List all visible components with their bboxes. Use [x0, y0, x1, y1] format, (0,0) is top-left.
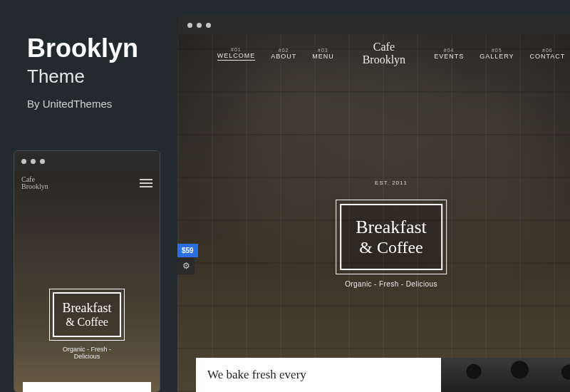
- nav-num: #05: [480, 48, 514, 53]
- price-tag-button[interactable]: $59: [177, 244, 198, 257]
- content-strip: We bake fresh every: [196, 358, 570, 392]
- nav-num: #04: [434, 48, 464, 53]
- nav-num: #01: [217, 47, 256, 52]
- mobile-viewport[interactable]: Cafe Brooklyn Breakfast & Coffee Organic…: [14, 171, 160, 392]
- mobile-site-logo[interactable]: Cafe Brooklyn: [21, 176, 48, 191]
- window-dot-icon: [21, 159, 26, 164]
- logo-line2: Brooklyn: [363, 53, 405, 66]
- desktop-window-bar: [177, 16, 570, 34]
- hero-badge: Breakfast & Coffee: [340, 204, 442, 270]
- nav-num: #06: [530, 48, 566, 53]
- theme-info: Brooklyn Theme By UnitedThemes: [27, 34, 170, 110]
- established-badge: EST. 2011: [375, 180, 408, 186]
- nav-item-gallery[interactable]: #05 GALLERY: [480, 48, 514, 60]
- mobile-content-strip: [23, 382, 151, 392]
- hero-line1: Breakfast: [63, 301, 112, 316]
- window-dot-icon: [187, 23, 192, 28]
- theme-author: By UnitedThemes: [27, 98, 170, 110]
- nav-label: EVENTS: [434, 53, 464, 60]
- nav-label: GALLERY: [480, 53, 514, 60]
- window-dot-icon: [31, 159, 36, 164]
- hero-badge: Breakfast & Coffee: [53, 292, 122, 337]
- site-logo[interactable]: Cafe Brooklyn: [350, 41, 418, 66]
- hamburger-menu-icon[interactable]: [140, 179, 152, 187]
- mobile-hero: Breakfast & Coffee Organic - Fresh - Del…: [51, 292, 123, 360]
- nav-label: ABOUT: [271, 53, 296, 60]
- nav-item-events[interactable]: #04 EVENTS: [434, 48, 464, 60]
- logo-line1: Cafe: [363, 41, 405, 53]
- author-prefix: By: [27, 98, 43, 110]
- nav-num: #02: [271, 48, 296, 53]
- hero-tagline: Organic - Fresh - Delicious: [51, 346, 123, 360]
- gear-icon: ⚙: [182, 261, 190, 271]
- mobile-preview-frame: Cafe Brooklyn Breakfast & Coffee Organic…: [14, 150, 160, 392]
- window-dot-icon: [206, 23, 211, 28]
- side-widgets: $59 ⚙: [177, 244, 198, 274]
- nav-item-contact[interactable]: #06 CONTACT: [530, 48, 566, 60]
- theme-sublabel: Theme: [27, 66, 170, 88]
- mobile-header: Cafe Brooklyn: [14, 171, 160, 195]
- author-name: UnitedThemes: [43, 98, 113, 110]
- window-dot-icon: [40, 159, 45, 164]
- theme-name: Brooklyn: [27, 34, 170, 63]
- desktop-hero: Breakfast & Coffee Organic - Fresh - Del…: [340, 204, 442, 288]
- nav-item-about[interactable]: #02 ABOUT: [271, 48, 296, 60]
- desktop-viewport[interactable]: #01 WELCOME #02 ABOUT #03 MENU Cafe Broo…: [177, 34, 570, 392]
- hero-line1: Breakfast: [356, 217, 427, 238]
- hero-line2: & Coffee: [63, 316, 112, 329]
- nav-label: WELCOME: [217, 52, 256, 61]
- window-dot-icon: [197, 23, 202, 28]
- nav-row: #01 WELCOME #02 ABOUT #03 MENU Cafe Broo…: [217, 41, 566, 66]
- nav-label: CONTACT: [530, 53, 566, 60]
- mobile-window-bar: [14, 151, 160, 171]
- nav-item-welcome[interactable]: #01 WELCOME: [217, 47, 256, 61]
- settings-button[interactable]: ⚙: [177, 257, 195, 274]
- hero-line2: & Coffee: [356, 238, 427, 257]
- nav-item-menu[interactable]: #03 MENU: [312, 48, 334, 60]
- nav-label: MENU: [312, 53, 334, 60]
- nav-num: #03: [312, 48, 334, 53]
- site-header: #01 WELCOME #02 ABOUT #03 MENU Cafe Broo…: [177, 34, 570, 73]
- logo-line2: Brooklyn: [21, 183, 48, 191]
- desktop-preview-frame: #01 WELCOME #02 ABOUT #03 MENU Cafe Broo…: [177, 16, 570, 392]
- bake-headline: We bake fresh every: [196, 358, 441, 392]
- hero-tagline: Organic - Fresh - Delicious: [340, 280, 442, 288]
- lamps-image: [441, 358, 570, 392]
